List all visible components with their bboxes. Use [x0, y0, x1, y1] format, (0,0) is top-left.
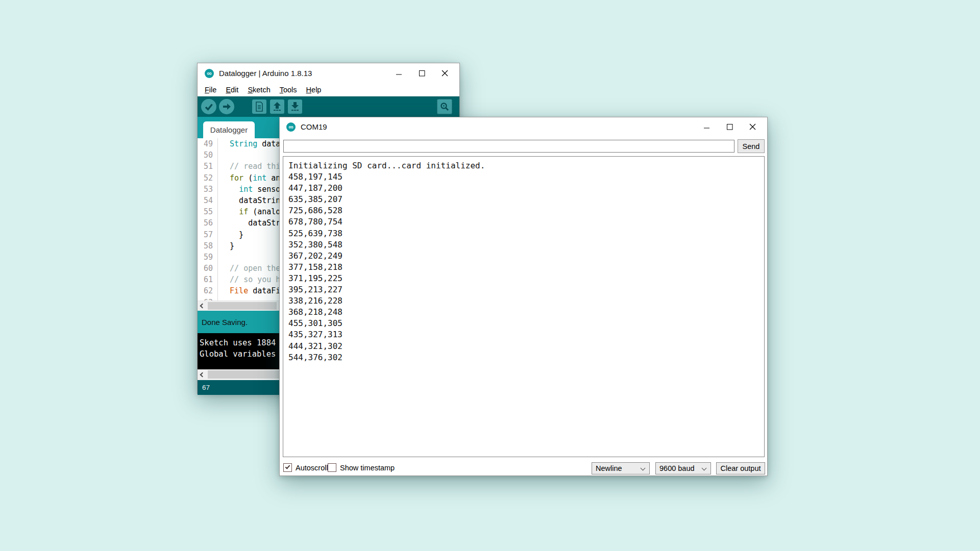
autoscroll-label: Autoscroll — [296, 464, 328, 472]
save-label-bars — [291, 110, 299, 111]
scroll-left-button[interactable] — [198, 369, 207, 380]
line-number: 55 — [198, 206, 218, 217]
status-message: Done Saving. — [202, 318, 248, 327]
save-button[interactable] — [288, 99, 302, 114]
save-icon — [290, 102, 300, 109]
line-number: 49 — [198, 138, 218, 149]
serial-output-line: 678,780,754 — [288, 216, 764, 228]
upload-icon — [221, 101, 232, 112]
line-number: 63 — [198, 297, 218, 300]
serial-output-line: 371,195,225 — [288, 273, 764, 284]
menu-help[interactable]: Help — [302, 84, 326, 95]
line-number: 60 — [198, 263, 218, 274]
chevron-down-icon — [702, 466, 707, 471]
serial-output-line: 725,686,528 — [288, 205, 764, 216]
menu-bar: FileEditSketchToolsHelp — [198, 83, 459, 96]
serial-monitor-titlebar: COM19 — [280, 117, 767, 136]
serial-output-line: 338,216,228 — [288, 295, 764, 307]
baud-rate-value: 9600 baud — [659, 464, 695, 472]
serial-output-line: Initializing SD card...card initialized. — [288, 160, 764, 171]
serial-output-line: 444,321,302 — [288, 341, 764, 352]
check-icon — [285, 464, 290, 469]
maximize-icon — [727, 124, 733, 130]
line-number: 54 — [198, 195, 218, 206]
new-sketch-button[interactable] — [252, 99, 266, 114]
scrollbar-thumb[interactable] — [208, 302, 277, 310]
ide-window-controls — [387, 63, 456, 83]
serial-monitor-title: COM19 — [301, 122, 327, 131]
open-icon — [273, 102, 282, 109]
serial-output-line: 377,158,218 — [288, 262, 764, 273]
line-ending-value: Newline — [596, 464, 622, 472]
serial-output-line: 525,639,738 — [288, 228, 764, 239]
maximize-button[interactable] — [718, 117, 741, 136]
serial-output-line: 435,327,313 — [288, 329, 764, 340]
close-button[interactable] — [741, 117, 764, 136]
menu-sketch[interactable]: Sketch — [243, 84, 275, 95]
baud-rate-dropdown[interactable]: 9600 baud — [655, 462, 711, 474]
ide-window-title: Datalogger | Arduino 1.8.13 — [219, 69, 312, 78]
minimize-icon — [396, 70, 402, 77]
chevron-left-icon — [200, 372, 205, 378]
chevron-down-icon — [641, 466, 646, 471]
serial-output-area[interactable]: Initializing SD card...card initialized.… — [283, 156, 765, 457]
serial-output-line: 455,301,305 — [288, 318, 764, 329]
menu-edit[interactable]: Edit — [221, 84, 243, 95]
verify-button[interactable] — [201, 99, 216, 114]
tab-label: Datalogger — [210, 126, 248, 134]
maximize-icon — [419, 70, 425, 77]
minimize-icon — [704, 124, 710, 130]
menu-file[interactable]: File — [200, 84, 221, 95]
arduino-logo-icon — [286, 122, 296, 132]
minimize-button[interactable] — [695, 117, 718, 136]
minimize-button[interactable] — [387, 63, 410, 83]
upload-button[interactable] — [219, 99, 234, 114]
line-number: 53 — [198, 184, 218, 195]
scrollbar-thumb[interactable] — [208, 370, 284, 379]
serial-output-line: 447,187,200 — [288, 183, 764, 194]
open-button[interactable] — [270, 99, 284, 114]
line-number: 58 — [198, 240, 218, 252]
line-number: 51 — [198, 161, 218, 172]
line-number: 52 — [198, 172, 218, 184]
line-number: 57 — [198, 229, 218, 240]
close-icon — [749, 123, 756, 130]
current-line-indicator: 67 — [202, 384, 210, 391]
new-sketch-icon — [255, 102, 264, 112]
line-number: 50 — [198, 149, 218, 161]
arduino-logo-icon — [205, 69, 214, 78]
autoscroll-checkbox[interactable] — [283, 463, 292, 472]
line-number: 62 — [198, 285, 218, 296]
tab-datalogger[interactable]: Datalogger — [203, 121, 255, 138]
line-number: 56 — [198, 217, 218, 229]
serial-monitor-icon — [439, 102, 450, 112]
serial-output-line: 368,218,248 — [288, 307, 764, 318]
menu-tools[interactable]: Tools — [275, 84, 302, 95]
clear-output-button[interactable]: Clear output — [716, 462, 765, 474]
close-button[interactable] — [433, 63, 456, 83]
serial-input-field[interactable] — [283, 140, 734, 153]
maximize-button[interactable] — [410, 63, 433, 83]
serial-monitor-button[interactable] — [437, 99, 452, 114]
serial-monitor-window-controls — [695, 117, 764, 136]
show-timestamp-checkbox[interactable] — [328, 463, 336, 472]
line-ending-dropdown[interactable]: Newline — [592, 462, 650, 474]
send-button-label: Send — [743, 142, 760, 151]
serial-output-line: 544,376,302 — [288, 352, 764, 363]
scroll-left-button[interactable] — [198, 301, 207, 311]
line-number: 59 — [198, 252, 218, 263]
close-icon — [442, 70, 448, 77]
verify-icon — [203, 101, 214, 112]
clear-output-label: Clear output — [721, 464, 761, 472]
ide-toolbar — [198, 96, 459, 117]
serial-output-line: 367,202,249 — [288, 251, 764, 262]
serial-output-line: 352,380,548 — [288, 239, 764, 251]
serial-output-line: 395,213,227 — [288, 284, 764, 295]
ide-titlebar: Datalogger | Arduino 1.8.13 — [198, 63, 459, 83]
open-label-bars — [274, 110, 281, 111]
serial-output-line: 458,197,145 — [288, 171, 764, 183]
serial-monitor-window: COM19 Send Initializing SD card...card i… — [279, 117, 768, 476]
send-button[interactable]: Send — [738, 139, 765, 153]
chevron-left-icon — [200, 304, 205, 309]
line-number: 61 — [198, 274, 218, 285]
